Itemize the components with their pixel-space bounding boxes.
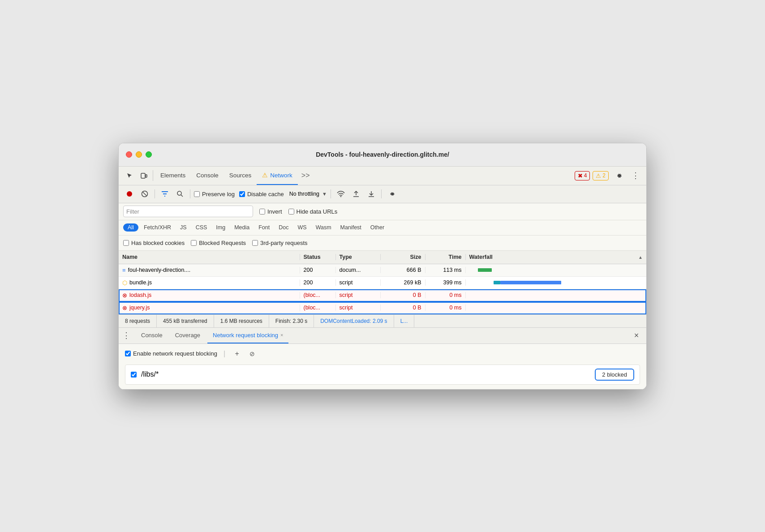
type-filter-ws[interactable]: WS — [294, 223, 310, 232]
close-panel-icon[interactable]: × — [630, 329, 643, 342]
filter-icon[interactable] — [159, 188, 171, 200]
block-all-button[interactable]: ⊘ — [247, 348, 258, 359]
type-filter-font[interactable]: Font — [255, 223, 273, 232]
type-filter-all[interactable]: All — [123, 223, 138, 232]
row-status-2: 200 — [300, 279, 336, 286]
disable-cache-label[interactable]: Disable cache — [239, 191, 284, 197]
table-row[interactable]: ⊗ jquery.js (bloc... script 0 B 0 ms — [119, 302, 646, 314]
search-icon[interactable] — [174, 188, 186, 200]
preserve-log-label[interactable]: Preserve log — [194, 191, 235, 197]
type-filter-other[interactable]: Other — [367, 223, 388, 232]
dom-content-loaded[interactable]: DOMContentLoaded: 2.09 s — [314, 315, 394, 327]
filter-input[interactable] — [141, 208, 250, 215]
invert-label[interactable]: Invert — [259, 208, 282, 215]
table-row[interactable]: ⬡ bundle.js 200 script 269 kB 399 ms — [119, 277, 646, 289]
network-settings-icon[interactable] — [385, 188, 398, 200]
third-party-checkbox[interactable] — [252, 240, 258, 246]
devtools-window: DevTools - foul-heavenly-direction.glitc… — [118, 143, 647, 390]
blocking-panel-content: Enable network request blocking | + ⊘ /l… — [119, 344, 646, 389]
load-time[interactable]: L... — [394, 315, 415, 327]
cursor-icon[interactable] — [122, 168, 137, 183]
type-filter-css[interactable]: CSS — [192, 223, 211, 232]
row-size-4: 0 B — [381, 305, 425, 311]
maximize-button[interactable] — [146, 151, 152, 158]
type-filter-fetch-xhr[interactable]: Fetch/XHR — [140, 223, 175, 232]
table-row[interactable]: ⊗ lodash.js (bloc... script 0 B 0 ms — [119, 289, 646, 302]
close-tab-icon[interactable]: × — [280, 332, 283, 338]
third-party-label[interactable]: 3rd-party requests — [252, 240, 308, 246]
blocking-header: Enable network request blocking | + ⊘ — [125, 348, 640, 359]
record-button[interactable] — [123, 188, 136, 200]
bottom-tab-coverage[interactable]: Coverage — [170, 327, 206, 343]
add-pattern-button[interactable]: + — [232, 348, 242, 359]
filter-input-wrap[interactable]: Filter — [123, 206, 253, 217]
header-name[interactable]: Name — [119, 254, 300, 260]
network-warning-icon: ⚠ — [262, 172, 268, 179]
bottom-tab-console[interactable]: Console — [136, 327, 168, 343]
has-blocked-cookies-checkbox[interactable] — [123, 240, 129, 246]
row-type-3: script — [336, 292, 381, 298]
tab-console[interactable]: Console — [191, 166, 224, 185]
bottom-panel-menu-icon[interactable]: ⋮ — [122, 330, 130, 340]
warning-icon: ⚠ — [596, 172, 601, 179]
blocked-requests-checkbox[interactable] — [191, 240, 197, 246]
warning-count-badge[interactable]: ⚠ 2 — [593, 171, 609, 180]
row-size-1: 666 B — [381, 267, 425, 273]
sort-arrow-icon: ▲ — [638, 255, 643, 260]
row-time-4: 0 ms — [425, 305, 466, 311]
has-blocked-cookies-label[interactable]: Has blocked cookies — [123, 240, 185, 246]
hide-data-urls-label[interactable]: Hide data URLs — [288, 208, 338, 215]
network-controls: Preserve log Disable cache No throttling… — [119, 185, 646, 203]
upload-icon[interactable] — [350, 188, 362, 200]
device-toggle-icon[interactable] — [137, 168, 151, 183]
row-time-2: 399 ms — [425, 279, 466, 286]
table-row[interactable]: ≡ foul-heavenly-direction.... 200 docum.… — [119, 264, 646, 277]
type-filter-media[interactable]: Media — [231, 223, 253, 232]
row-waterfall-2 — [466, 280, 647, 285]
status-bar: 8 requests 455 kB transferred 1.6 MB res… — [119, 314, 646, 328]
invert-checkbox[interactable] — [259, 209, 265, 215]
bottom-tab-network-blocking[interactable]: Network request blocking × — [207, 327, 288, 343]
more-options-icon[interactable]: ⋮ — [628, 168, 643, 183]
tab-network[interactable]: ⚠ Network — [257, 166, 298, 185]
wifi-icon[interactable] — [335, 188, 347, 200]
preserve-log-checkbox[interactable] — [194, 191, 200, 197]
header-waterfall[interactable]: Waterfall ▲ — [466, 254, 647, 260]
svg-rect-1 — [146, 175, 147, 177]
hide-data-urls-checkbox[interactable] — [288, 209, 294, 215]
svg-line-3 — [143, 192, 146, 196]
row-status-4: (bloc... — [300, 305, 336, 311]
filter-label: Filter — [126, 208, 139, 215]
type-filter-doc[interactable]: Doc — [275, 223, 292, 232]
row-type-2: script — [336, 279, 381, 286]
resources-size: 1.6 MB resources — [214, 315, 269, 327]
traffic-lights — [126, 151, 152, 158]
requests-count: 8 requests — [119, 315, 157, 327]
tab-sources[interactable]: Sources — [224, 166, 257, 185]
disable-cache-checkbox[interactable] — [239, 191, 245, 197]
enable-blocking-label[interactable]: Enable network request blocking — [125, 350, 217, 357]
throttling-arrow-icon[interactable]: ▼ — [322, 191, 327, 197]
header-size[interactable]: Size — [381, 254, 425, 260]
rule-checkbox[interactable] — [131, 372, 137, 378]
header-time[interactable]: Time — [425, 254, 466, 260]
throttling-select[interactable]: No throttling — [289, 191, 319, 197]
more-tabs-button[interactable]: >> — [298, 166, 314, 185]
tab-elements[interactable]: Elements — [155, 166, 191, 185]
type-filter-wasm[interactable]: Wasm — [312, 223, 335, 232]
header-type[interactable]: Type — [336, 254, 381, 260]
close-button[interactable] — [126, 151, 132, 158]
window-title: DevTools - foul-heavenly-direction.glitc… — [316, 151, 449, 158]
blocked-requests-label[interactable]: Blocked Requests — [191, 240, 246, 246]
type-filter-js[interactable]: JS — [176, 223, 190, 232]
enable-blocking-checkbox[interactable] — [125, 351, 131, 356]
type-filter-img[interactable]: Img — [212, 223, 229, 232]
minimize-button[interactable] — [136, 151, 142, 158]
type-filter-manifest[interactable]: Manifest — [337, 223, 365, 232]
header-status[interactable]: Status — [300, 254, 336, 260]
download-icon[interactable] — [365, 188, 378, 200]
clear-button[interactable] — [138, 188, 151, 200]
error-count-badge[interactable]: ✖ 4 — [575, 171, 590, 180]
network-table: Name Status Type Size Time Waterfall ▲ ≡ — [119, 251, 646, 314]
settings-icon[interactable] — [611, 168, 626, 183]
